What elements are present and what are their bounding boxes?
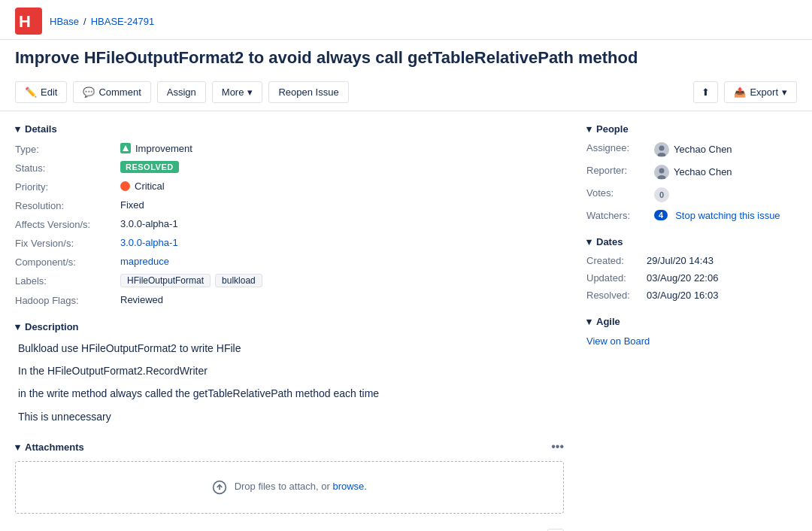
votes-label: Votes: — [586, 187, 654, 202]
priority-value: Critical — [120, 180, 564, 193]
votes-count: 0 — [654, 187, 669, 202]
svg-text:H: H — [19, 12, 31, 31]
reporter-avatar — [654, 165, 669, 180]
breadcrumb-project[interactable]: HBase — [50, 16, 79, 27]
people-grid: Assignee: Yechao Chen Reporter: Yechao C… — [586, 142, 797, 221]
description-chevron-icon: ▾ — [15, 321, 20, 332]
type-value: Improvement — [120, 142, 564, 155]
component-label: Component/s: — [15, 255, 120, 268]
reporter-label: Reporter: — [586, 165, 654, 180]
description-header[interactable]: ▾ Description — [15, 321, 564, 332]
desc-line-3: in the write method always called the ge… — [18, 385, 564, 402]
watchers-value: 4 Stop watching this issue — [654, 210, 797, 221]
component-value: mapreduce — [120, 255, 564, 268]
reporter-value: Yechao Chen — [654, 165, 797, 180]
updated-value: 03/Aug/20 22:06 — [647, 272, 797, 284]
updated-label: Updated: — [586, 272, 647, 284]
upload-icon — [212, 481, 230, 493]
export-chevron-icon: ▾ — [782, 86, 787, 98]
details-grid: Type: Improvement Status: RESOLVED Prior… — [15, 142, 564, 306]
details-chevron-icon: ▾ — [15, 123, 20, 135]
dates-grid: Created: 29/Jul/20 14:43 Updated: 03/Aug… — [586, 255, 797, 301]
chevron-down-icon: ▾ — [247, 86, 253, 98]
agile-section: ▾ Agile View on Board — [586, 316, 797, 347]
page-title: Improve HFileOutputFormat2 to avoid alwa… — [0, 40, 812, 77]
labels-label: Labels: — [15, 274, 120, 287]
attachments-chevron-icon: ▾ — [15, 441, 20, 453]
type-label: Type: — [15, 142, 120, 155]
people-section: ▾ People Assignee: Yechao Chen Reporter:… — [586, 123, 797, 221]
comment-icon: 💬 — [83, 86, 95, 98]
people-chevron-icon: ▾ — [586, 123, 592, 135]
created-value: 29/Jul/20 14:43 — [647, 255, 797, 266]
improvement-icon — [120, 143, 131, 153]
assign-button[interactable]: Assign — [157, 81, 206, 103]
dates-chevron-icon: ▾ — [586, 236, 592, 247]
agile-header[interactable]: ▾ Agile — [586, 316, 797, 327]
export-button[interactable]: 📤 Export ▾ — [724, 81, 797, 103]
priority-icon — [120, 181, 130, 191]
resolution-label: Resolution: — [15, 199, 120, 211]
hbase-logo: H — [15, 8, 42, 35]
fix-version-value: 3.0.0-alpha-1 — [120, 236, 564, 249]
details-section: ▾ Details Type: Improvement Status: RESO… — [15, 123, 564, 306]
svg-point-10 — [659, 168, 665, 173]
assignee-label: Assignee: — [586, 142, 654, 157]
comment-button[interactable]: 💬 Comment — [73, 81, 150, 103]
stop-watching-link[interactable]: Stop watching this issue — [675, 210, 780, 221]
label-tag-1[interactable]: HFileOutputFormat — [120, 274, 211, 287]
breadcrumb-issue[interactable]: HBASE-24791 — [91, 16, 155, 27]
details-header[interactable]: ▾ Details — [15, 123, 564, 135]
status-value: RESOLVED — [120, 161, 564, 174]
watchers-count: 4 — [654, 210, 668, 220]
breadcrumb-sep: / — [83, 16, 86, 27]
dropzone[interactable]: Drop files to attach, or browse. — [15, 461, 564, 514]
description-content: Bulkload use HFileOutputFormat2 to write… — [15, 340, 564, 426]
resolution-value: Fixed — [120, 199, 564, 211]
share-icon: ⬆ — [701, 86, 710, 98]
attachments-header: ▾ Attachments ••• — [15, 440, 564, 454]
affects-label: Affects Version/s: — [15, 217, 120, 230]
desc-line-4: This is unnecessary — [18, 408, 564, 425]
dates-header[interactable]: ▾ Dates — [586, 236, 797, 247]
status-label: Status: — [15, 161, 120, 174]
hadoop-label: Hadoop Flags: — [15, 293, 120, 306]
svg-marker-2 — [123, 145, 129, 151]
resolved-value: 03/Aug/20 16:03 — [647, 290, 797, 301]
view-board-link[interactable]: View on Board — [586, 335, 650, 347]
browse-link[interactable]: browse. — [332, 481, 367, 493]
export-icon: 📤 — [734, 86, 746, 98]
affects-value: 3.0.0-alpha-1 — [120, 217, 564, 230]
edit-icon: ✏️ — [25, 86, 37, 98]
reopen-button[interactable]: Reopen Issue — [268, 81, 348, 103]
assignee-avatar — [654, 142, 669, 157]
label-tag-2[interactable]: bulkload — [215, 274, 262, 287]
resolved-label: Resolved: — [586, 290, 647, 301]
people-header[interactable]: ▾ People — [586, 123, 797, 135]
priority-label: Priority: — [15, 180, 120, 193]
watchers-label: Watchers: — [586, 210, 654, 221]
attachments-more-icon[interactable]: ••• — [551, 440, 564, 454]
votes-value: 0 — [654, 187, 797, 202]
edit-button[interactable]: ✏️ Edit — [15, 81, 67, 103]
breadcrumb: HBase / HBASE-24791 — [50, 16, 154, 27]
svg-point-7 — [659, 145, 665, 150]
fix-version-label: Fix Version/s: — [15, 236, 120, 249]
labels-value: HFileOutputFormat bulkload — [120, 274, 564, 287]
assignee-value: Yechao Chen — [654, 142, 797, 157]
toolbar: ✏️ Edit 💬 Comment Assign More ▾ Reopen I… — [0, 77, 812, 111]
agile-chevron-icon: ▾ — [586, 316, 592, 327]
desc-line-1: Bulkload use HFileOutputFormat2 to write… — [18, 340, 564, 357]
share-button[interactable]: ⬆ — [693, 81, 718, 103]
description-section: ▾ Description Bulkload use HFileOutputFo… — [15, 321, 564, 426]
dates-section: ▾ Dates Created: 29/Jul/20 14:43 Updated… — [586, 236, 797, 301]
hadoop-value: Reviewed — [120, 293, 564, 306]
more-button[interactable]: More ▾ — [212, 81, 263, 103]
attachments-section: ▾ Attachments ••• Drop files to attach, … — [15, 440, 564, 514]
desc-line-2: In the HFileOutputFormat2.RecordWriter — [18, 363, 564, 379]
created-label: Created: — [586, 255, 647, 266]
attachments-header-left: ▾ Attachments — [15, 441, 84, 453]
toolbar-right: ⬆ 📤 Export ▾ — [693, 81, 797, 103]
